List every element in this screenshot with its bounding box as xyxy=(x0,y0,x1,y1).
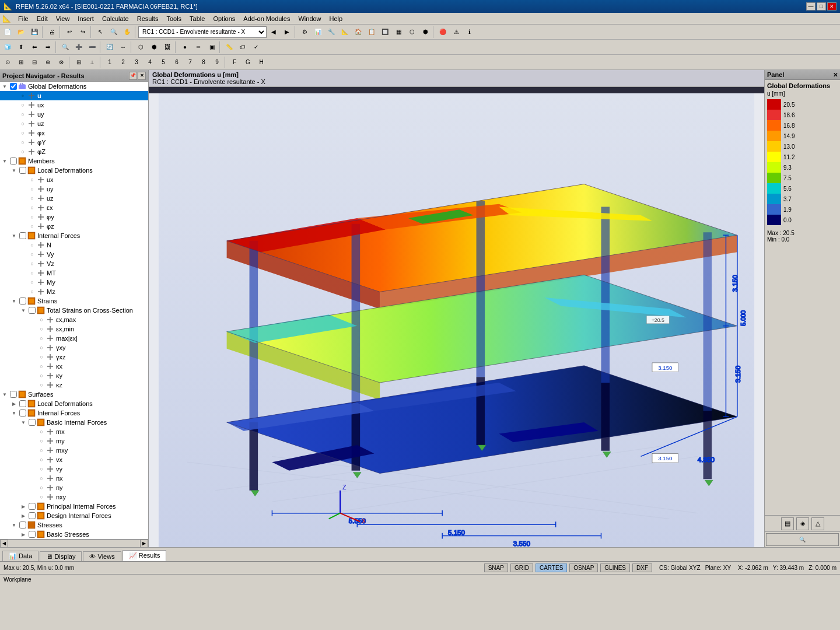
tree-expand-s-local-def[interactable]: ▶ xyxy=(9,399,19,408)
tree-expand-ny[interactable] xyxy=(28,483,37,492)
tree-item-Vy[interactable]: ○Vy xyxy=(0,250,148,259)
tree-item-m-ex[interactable]: ○εx xyxy=(0,203,148,212)
tb12[interactable]: ⬢ xyxy=(419,26,432,38)
tree-expand-phix[interactable] xyxy=(9,128,19,138)
viewtop-btn[interactable]: ⬆ xyxy=(15,41,27,54)
tree-expand-vy-s[interactable] xyxy=(28,464,37,474)
snap-mid-btn[interactable]: ⊟ xyxy=(28,56,41,69)
tree-expand-design-forces[interactable]: ▶ xyxy=(19,511,28,520)
tree-cb-Vz[interactable]: ○ xyxy=(28,260,36,268)
tree-expand-phiy[interactable] xyxy=(9,138,19,147)
num6-btn[interactable]: 6 xyxy=(170,56,183,69)
tree-cb-m-uz[interactable]: ○ xyxy=(28,194,36,202)
tree-expand-Mz[interactable] xyxy=(19,287,28,296)
tree-item-ny[interactable]: ○ny xyxy=(0,483,148,492)
snap-btn[interactable]: SNAP xyxy=(484,564,508,572)
tree-item-Yxz[interactable]: ○γxz xyxy=(0,352,148,362)
ortho-btn[interactable]: ⟂ xyxy=(86,56,99,69)
menu-table[interactable]: Table xyxy=(186,15,208,23)
menu-results[interactable]: Results xyxy=(134,15,162,23)
tree-cb-total-strains[interactable] xyxy=(28,306,36,314)
tree-expand-m-ey[interactable] xyxy=(19,212,28,222)
zoomin-btn[interactable]: ➕ xyxy=(72,41,85,54)
tree-item-kx[interactable]: ○κx xyxy=(0,362,148,371)
check-btn[interactable]: ✓ xyxy=(250,41,262,54)
tree-item-basic-stresses[interactable]: ▶Basic Stresses xyxy=(0,530,148,539)
tree-expand-ky[interactable] xyxy=(28,371,37,380)
tree-expand-m-uy[interactable] xyxy=(19,184,28,194)
tree-item-phiy[interactable]: ○φY xyxy=(0,138,148,147)
tree-cb-ky[interactable]: ○ xyxy=(37,372,46,380)
tree-cb-phiz[interactable]: ○ xyxy=(19,148,27,156)
tree-cb-uy[interactable]: ○ xyxy=(19,110,27,118)
tree-expand-MT[interactable] xyxy=(19,268,28,278)
tree-cb-Vy[interactable]: ○ xyxy=(28,250,36,258)
filter1-btn[interactable]: F xyxy=(228,56,241,69)
panel-close-btn[interactable]: ✕ xyxy=(138,72,146,80)
tree-item-N[interactable]: ○N xyxy=(0,240,148,250)
tb11[interactable]: ⬡ xyxy=(405,26,418,38)
tree-item-internal-forces-m[interactable]: ▼Internal Forces xyxy=(0,231,148,240)
tree-item-kz[interactable]: ○κz xyxy=(0,380,148,390)
legend-settings-btn[interactable]: △ xyxy=(811,517,824,530)
tree-item-Yxy[interactable]: ○γxy xyxy=(0,343,148,352)
tree-cb-global-def[interactable] xyxy=(9,82,18,90)
tree-expand-global-def[interactable]: ▼ xyxy=(0,82,9,91)
node-btn[interactable]: ● xyxy=(178,41,191,54)
tree-cb-local-def[interactable] xyxy=(19,166,27,174)
tree-expand-s-internal-forces[interactable]: ▼ xyxy=(9,408,19,418)
tree-item-ky[interactable]: ○κy xyxy=(0,371,148,380)
scroll-left-btn[interactable]: ◀ xyxy=(0,540,8,548)
tree-item-vx[interactable]: ○vx xyxy=(0,455,148,464)
tree-expand-N[interactable] xyxy=(19,240,28,250)
tree-expand-basic-internal[interactable]: ▼ xyxy=(19,418,28,427)
num3-btn[interactable]: 3 xyxy=(130,56,143,69)
tree-cb-exmax[interactable]: ○ xyxy=(37,316,46,324)
horizontal-scrollbar[interactable]: ◀ ▶ xyxy=(0,539,148,547)
tree-cb-internal-forces-m[interactable] xyxy=(19,232,27,240)
num4-btn[interactable]: 4 xyxy=(144,56,156,69)
tree-expand-exmax[interactable] xyxy=(28,315,37,324)
tree-item-ux[interactable]: ○ux xyxy=(0,100,148,110)
tree-item-basic-internal[interactable]: ▼Basic Internal Forces xyxy=(0,418,148,427)
viewport-3d[interactable]: 5.550 5.150 3.550 3.150 xyxy=(149,93,764,547)
tree-cb-exmin[interactable]: ○ xyxy=(37,325,46,333)
tree-item-uy[interactable]: ○uy xyxy=(0,110,148,119)
osnap-btn[interactable]: OSNAP xyxy=(569,564,598,572)
tree-cb-MT[interactable]: ○ xyxy=(28,269,36,277)
num2-btn[interactable]: 2 xyxy=(117,56,130,69)
tree-item-m-ez[interactable]: ○φz xyxy=(0,222,148,231)
tree-expand-basic-stresses[interactable]: ▶ xyxy=(19,530,28,539)
tree-cb-Yxz[interactable]: ○ xyxy=(37,353,46,361)
tree-cb-Yxy[interactable]: ○ xyxy=(37,344,46,352)
tree-item-nx[interactable]: ○nx xyxy=(0,474,148,483)
tb4[interactable]: 📊 xyxy=(312,26,324,38)
menu-tools[interactable]: Tools xyxy=(163,15,185,23)
tree-expand-phiz[interactable] xyxy=(9,147,19,156)
tree-item-m-uz[interactable]: ○uz xyxy=(0,194,148,203)
grid-snap-btn[interactable]: ⊞ xyxy=(72,56,85,69)
tree-item-local-def[interactable]: ▼Local Deformations xyxy=(0,166,148,175)
save-btn[interactable]: 💾 xyxy=(28,26,41,38)
label-btn[interactable]: 🏷 xyxy=(236,41,249,54)
tree-expand-exmin[interactable] xyxy=(28,324,37,334)
tree-item-my[interactable]: ○my xyxy=(0,436,148,446)
tree-item-Vz[interactable]: ○Vz xyxy=(0,259,148,268)
menu-calculate[interactable]: Calculate xyxy=(99,15,132,23)
menu-edit[interactable]: Edit xyxy=(33,15,51,23)
tree-expand-members[interactable]: ▼ xyxy=(0,156,9,166)
snap-perp-btn[interactable]: ⊗ xyxy=(55,56,68,69)
tree-cb-s-local-def[interactable] xyxy=(19,400,27,408)
minimize-button[interactable]: — xyxy=(806,2,816,10)
tree-item-exmax[interactable]: ○εx,max xyxy=(0,315,148,324)
num5-btn[interactable]: 5 xyxy=(157,56,170,69)
snap-int-btn[interactable]: ⊕ xyxy=(41,56,54,69)
tree-expand-Vz[interactable] xyxy=(19,259,28,268)
tree-expand-ux[interactable] xyxy=(9,100,19,110)
tree-expand-uy[interactable] xyxy=(9,110,19,119)
tb10[interactable]: ▦ xyxy=(392,26,405,38)
print-btn[interactable]: 🖨 xyxy=(46,26,58,38)
case-combo[interactable]: RC1 : CCD1 - Envolvente resultante - X xyxy=(138,26,267,38)
tree-cb-my[interactable]: ○ xyxy=(37,437,46,445)
tree-cb-members[interactable] xyxy=(9,157,18,165)
